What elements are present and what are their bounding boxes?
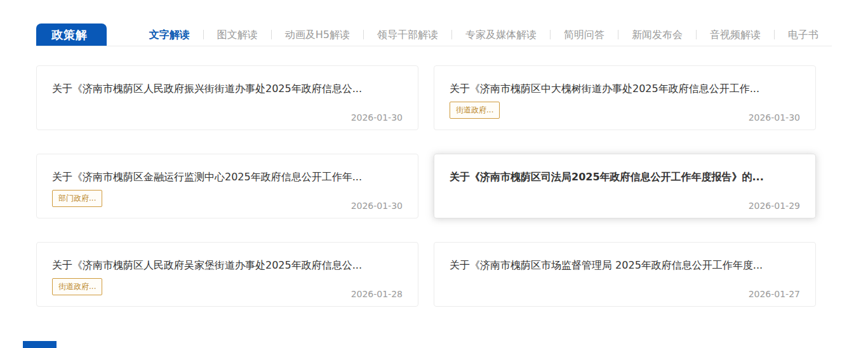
article-card-2[interactable]: 关于《济南市槐荫区金融运行监测中心2025年政府信息公开工作年...部门政府..… [36,154,418,218]
article-title[interactable]: 关于《济南市槐荫区中大槐树街道办事处2025年政府信息公开工作... [450,83,800,95]
article-date: 2026-01-30 [749,112,800,123]
sub-tab-2[interactable]: 动画及H5解读 [272,23,363,46]
article-card-4[interactable]: 关于《济南市槐荫区人民政府吴家堡街道办事处2025年政府信息公...街道政府..… [36,242,418,307]
tab-policy-interpretation[interactable]: 政策解读 [36,23,107,46]
policy-interpretation-panel: 政策解读 文字解读图文解读动画及H5解读领导干部解读专家及媒体解读简明问答新闻发… [0,0,868,348]
article-title[interactable]: 关于《济南市槐荫区市场监督管理局 2025年政府信息公开工作年度... [450,259,800,272]
sub-tabs: 文字解读图文解读动画及H5解读领导干部解读专家及媒体解读简明问答新闻发布会音视频… [136,23,832,46]
sub-tab-1[interactable]: 图文解读 [204,23,271,46]
article-date: 2026-01-27 [749,289,800,299]
category-tag: 部门政府... [52,190,102,207]
sub-tab-8[interactable]: 电子书 [775,23,832,46]
article-date: 2026-01-30 [351,201,403,211]
article-title[interactable]: 关于《济南市槐荫区人民政府振兴街街道办事处2025年政府信息公... [52,83,403,95]
sub-tab-3[interactable]: 领导干部解读 [364,23,451,46]
sub-tab-0[interactable]: 文字解读 [136,23,203,46]
category-tag: 街道政府... [52,278,102,295]
article-title[interactable]: 关于《济南市槐荫区司法局2025年政府信息公开工作年度报告》的... [450,171,800,184]
sub-tab-6[interactable]: 新闻发布会 [618,23,696,46]
article-date: 2026-01-30 [351,112,403,123]
article-card-0[interactable]: 关于《济南市槐荫区人民政府振兴街街道办事处2025年政府信息公...2026-0… [36,65,418,130]
sub-tab-4[interactable]: 专家及媒体解读 [452,23,550,46]
category-tag: 街道政府... [450,102,500,119]
article-date: 2026-01-29 [749,201,800,211]
sub-tab-7[interactable]: 音视频解读 [697,23,774,46]
article-card-3[interactable]: 关于《济南市槐荫区司法局2025年政府信息公开工作年度报告》的...2026-0… [434,154,816,218]
article-date: 2026-01-28 [351,289,403,299]
tab-bar: 政策解读 文字解读图文解读动画及H5解读领导干部解读专家及媒体解读简明问答新闻发… [36,24,832,46]
article-title[interactable]: 关于《济南市槐荫区人民政府吴家堡街道办事处2025年政府信息公... [52,259,403,272]
article-title[interactable]: 关于《济南市槐荫区金融运行监测中心2025年政府信息公开工作年... [52,171,403,184]
footer-strip [23,341,57,348]
article-grid: 关于《济南市槐荫区人民政府振兴街街道办事处2025年政府信息公...2026-0… [36,65,816,307]
article-card-1[interactable]: 关于《济南市槐荫区中大槐树街道办事处2025年政府信息公开工作...街道政府..… [434,65,816,130]
sub-tab-5[interactable]: 简明问答 [551,23,618,46]
article-card-5[interactable]: 关于《济南市槐荫区市场监督管理局 2025年政府信息公开工作年度...2026-… [434,242,816,307]
